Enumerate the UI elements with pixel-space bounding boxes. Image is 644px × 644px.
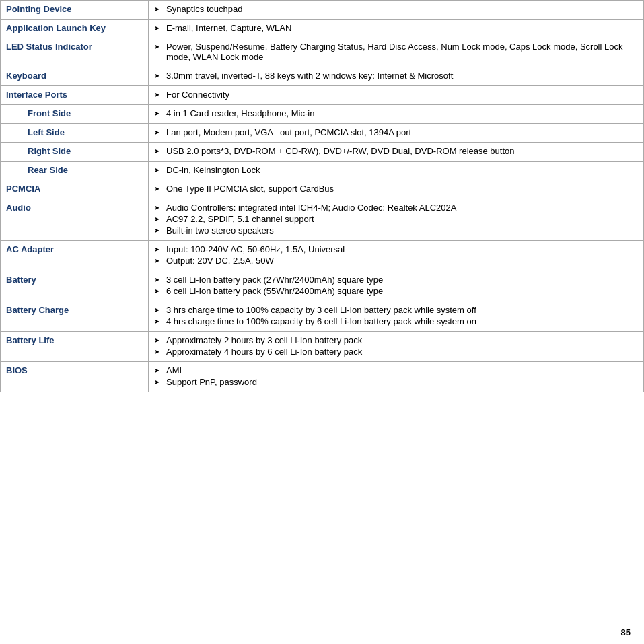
row-value: Lan port, Modem port, VGA –out port, PCM…	[149, 124, 644, 143]
row-value: Approximately 2 hours by 3 cell Li-Ion b…	[149, 332, 644, 362]
list-item: For Connectivity	[154, 90, 638, 100]
list-item: Power, Suspend/Resume, Battery Charging …	[154, 42, 638, 62]
list-item: DC-in, Keinsington Lock	[154, 165, 638, 175]
row-label: PCMCIA	[1, 180, 149, 199]
list-item: AMI	[154, 365, 638, 375]
table-row: Battery LifeApproximately 2 hours by 3 c…	[1, 332, 644, 362]
list-item: E-mail, Internet, Capture, WLAN	[154, 23, 638, 33]
table-row: Battery3 cell Li-Ion battery pack (27Whr…	[1, 271, 644, 301]
list-item: Built-in two stereo speakers	[154, 225, 638, 236]
list-item: Synaptics touchpad	[154, 4, 638, 14]
row-label: Interface Ports	[1, 86, 149, 105]
row-value: DC-in, Keinsington Lock	[149, 162, 644, 180]
row-label: Pointing Device	[1, 1, 149, 20]
table-row: Front Side4 in 1 Card reader, Headphone,…	[1, 105, 644, 124]
list-item: USB 2.0 ports*3, DVD-ROM + CD-RW), DVD+/…	[154, 146, 638, 156]
row-value: Audio Controllers: integrated intel ICH4…	[149, 199, 644, 241]
row-value: Input: 100-240V AC, 50-60Hz, 1.5A, Unive…	[149, 241, 644, 271]
row-value: USB 2.0 ports*3, DVD-ROM + CD-RW), DVD+/…	[149, 143, 644, 162]
list-item: One Type II PCMCIA slot, support CardBus	[154, 184, 638, 194]
row-label: AC Adapter	[1, 241, 149, 271]
table-row: LED Status IndicatorPower, Suspend/Resum…	[1, 38, 644, 67]
row-value: Power, Suspend/Resume, Battery Charging …	[149, 38, 644, 67]
row-label: Rear Side	[1, 162, 149, 180]
table-row: Interface PortsFor Connectivity	[1, 86, 644, 105]
list-item: Approximately 2 hours by 3 cell Li-Ion b…	[154, 335, 638, 345]
row-value: 3 cell Li-Ion battery pack (27Whr/2400mA…	[149, 271, 644, 301]
list-item: Support PnP, password	[154, 377, 638, 387]
row-label: Keyboard	[1, 67, 149, 86]
row-value: Synaptics touchpad	[149, 1, 644, 20]
list-item: Input: 100-240V AC, 50-60Hz, 1.5A, Unive…	[154, 244, 638, 254]
row-label: Battery Charge	[1, 301, 149, 332]
row-value: E-mail, Internet, Capture, WLAN	[149, 20, 644, 38]
table-row: Pointing DeviceSynaptics touchpad	[1, 1, 644, 20]
row-value: 3.0mm travel, inverted-T, 88 keys with 2…	[149, 67, 644, 86]
row-value: 3 hrs charge time to 100% capacity by 3 …	[149, 301, 644, 332]
row-label: LED Status Indicator	[1, 38, 149, 67]
page-number: 85	[621, 627, 631, 637]
row-value: For Connectivity	[149, 86, 644, 105]
table-row: Keyboard3.0mm travel, inverted-T, 88 key…	[1, 67, 644, 86]
list-item: 3.0mm travel, inverted-T, 88 keys with 2…	[154, 71, 638, 81]
row-label: Audio	[1, 199, 149, 241]
list-item: 3 cell Li-Ion battery pack (27Whr/2400mA…	[154, 275, 638, 285]
list-item: 4 in 1 Card reader, Headphone, Mic-in	[154, 108, 638, 118]
row-value: 4 in 1 Card reader, Headphone, Mic-in	[149, 105, 644, 124]
list-item: 4 hrs charge time to 100% capacity by 6 …	[154, 316, 638, 326]
table-row: Rear SideDC-in, Keinsington Lock	[1, 162, 644, 180]
list-item: Lan port, Modem port, VGA –out port, PCM…	[154, 127, 638, 137]
table-row: AudioAudio Controllers: integrated intel…	[1, 199, 644, 241]
list-item: Output: 20V DC, 2.5A, 50W	[154, 256, 638, 266]
table-row: Left SideLan port, Modem port, VGA –out …	[1, 124, 644, 143]
row-value: One Type II PCMCIA slot, support CardBus	[149, 180, 644, 199]
table-row: Battery Charge3 hrs charge time to 100% …	[1, 301, 644, 332]
row-label: Right Side	[1, 143, 149, 162]
table-row: Right SideUSB 2.0 ports*3, DVD-ROM + CD-…	[1, 143, 644, 162]
row-label: Battery	[1, 271, 149, 301]
row-label: Battery Life	[1, 332, 149, 362]
row-label: BIOS	[1, 362, 149, 392]
table-row: PCMCIAOne Type II PCMCIA slot, support C…	[1, 180, 644, 199]
list-item: AC97 2.2, SPDIF, 5.1 channel support	[154, 214, 638, 224]
table-row: Application Launch KeyE-mail, Internet, …	[1, 20, 644, 38]
row-label: Application Launch Key	[1, 20, 149, 38]
row-label: Left Side	[1, 124, 149, 143]
list-item: Audio Controllers: integrated intel ICH4…	[154, 203, 638, 213]
row-value: AMISupport PnP, password	[149, 362, 644, 392]
list-item: 3 hrs charge time to 100% capacity by 3 …	[154, 305, 638, 315]
row-label: Front Side	[1, 105, 149, 124]
table-row: BIOSAMISupport PnP, password	[1, 362, 644, 392]
specs-table: Pointing DeviceSynaptics touchpadApplica…	[0, 0, 644, 392]
list-item: Approximately 4 hours by 6 cell Li-Ion b…	[154, 347, 638, 357]
table-row: AC AdapterInput: 100-240V AC, 50-60Hz, 1…	[1, 241, 644, 271]
list-item: 6 cell Li-Ion battery pack (55Whr/2400mA…	[154, 286, 638, 296]
